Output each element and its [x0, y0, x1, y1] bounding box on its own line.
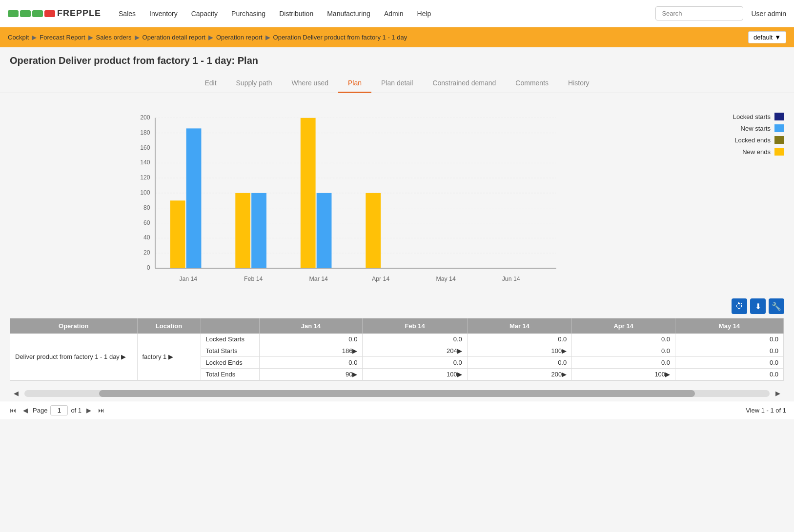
svg-text:0: 0	[147, 264, 150, 271]
nav-manufacturing[interactable]: Manufacturing	[321, 6, 376, 21]
tab-plan[interactable]: Plan	[338, 74, 371, 93]
cell-location[interactable]: factory 1 ▶	[137, 334, 201, 380]
toolbar-settings-btn[interactable]: 🔧	[769, 298, 784, 314]
scrollbar-track-area[interactable]	[24, 390, 770, 397]
svg-text:60: 60	[143, 219, 150, 226]
chart-container: 0 20 40 60 80 100 120 140 160 180 200	[0, 93, 794, 295]
nav-distribution[interactable]: Distribution	[273, 6, 319, 21]
logo[interactable]: FREPPLE	[8, 8, 101, 19]
cell-label-locked-ends: Locked Ends	[201, 357, 259, 369]
table-header: Operation Location Jan 14 Feb 14 Mar 14 …	[10, 318, 784, 334]
svg-text:160: 160	[140, 144, 150, 151]
toolbar-clock-btn[interactable]: ⏱	[732, 298, 747, 314]
toolbar-download-btn[interactable]: ⬇	[750, 298, 766, 314]
logo-shapes	[8, 10, 55, 17]
tab-constrained-demand[interactable]: Constrained demand	[423, 74, 506, 93]
legend-locked-ends-box	[774, 136, 784, 144]
svg-text:May 14: May 14	[436, 276, 456, 282]
legend-new-ends-box	[774, 148, 784, 156]
nav-items: Sales Inventory Capacity Purchasing Dist…	[113, 6, 655, 21]
cell-apr-total-ends[interactable]: 100▶	[572, 369, 675, 380]
data-table: Operation Location Jan 14 Feb 14 Mar 14 …	[10, 318, 784, 380]
tab-where-used[interactable]: Where used	[282, 74, 338, 93]
legend-new-ends-label: New ends	[742, 148, 771, 156]
cell-jan-total-ends[interactable]: 90▶	[259, 369, 363, 380]
chart-area: 0 20 40 60 80 100 120 140 160 180 200	[10, 103, 692, 290]
nav-sales[interactable]: Sales	[113, 6, 142, 21]
logo-shape-green	[8, 10, 19, 17]
table-row: Deliver product from factory 1 - 1 day ▶…	[10, 334, 784, 345]
cell-may-total-starts: 0.0	[675, 345, 784, 357]
breadcrumb-sales[interactable]: Sales orders	[96, 34, 132, 41]
cell-operation[interactable]: Deliver product from factory 1 - 1 day ▶	[10, 334, 137, 380]
breadcrumb-op-detail[interactable]: Operation detail report	[143, 34, 205, 41]
table-header-row: Operation Location Jan 14 Feb 14 Mar 14 …	[10, 318, 784, 334]
breadcrumb-sep-2: ▶	[88, 34, 93, 41]
scroll-right-arrow[interactable]: ▶	[772, 388, 784, 399]
breadcrumb-bar: Cockpit ▶ Forecast Report ▶ Sales orders…	[0, 27, 794, 47]
logo-shape-red	[44, 10, 55, 17]
cell-mar-total-starts[interactable]: 100▶	[467, 345, 571, 357]
breadcrumb-cockpit[interactable]: Cockpit	[8, 34, 29, 41]
cell-feb-total-starts[interactable]: 204▶	[363, 345, 467, 357]
breadcrumb-current[interactable]: Operation Deliver product from factory 1…	[273, 34, 407, 41]
breadcrumb-sep-5: ▶	[265, 34, 270, 41]
svg-text:140: 140	[140, 159, 150, 166]
tab-plan-detail[interactable]: Plan detail	[371, 74, 423, 93]
tab-supply-path[interactable]: Supply path	[226, 74, 282, 93]
cell-mar-locked-starts: 0.0	[467, 334, 571, 345]
nav-capacity[interactable]: Capacity	[185, 6, 224, 21]
default-label: default	[753, 34, 773, 41]
svg-text:40: 40	[143, 234, 150, 241]
col-jan: Jan 14	[259, 318, 363, 334]
legend-locked-starts: Locked starts	[701, 113, 784, 120]
svg-text:Jun 14: Jun 14	[502, 276, 520, 282]
page-controls: ⏮ ◀ Page of 1 ▶ ⏭	[8, 405, 106, 415]
cell-jan-total-starts[interactable]: 186▶	[259, 345, 363, 357]
nav-help[interactable]: Help	[411, 6, 437, 21]
page-last-btn[interactable]: ⏭	[96, 406, 106, 415]
svg-text:Jan 14: Jan 14	[179, 276, 197, 282]
default-button[interactable]: default ▼	[748, 31, 786, 43]
page-title: Operation Deliver product from factory 1…	[10, 55, 784, 66]
page-number-input[interactable]	[50, 405, 68, 415]
nav-admin[interactable]: Admin	[378, 6, 409, 21]
svg-text:20: 20	[143, 249, 150, 256]
chart-toolbar: ⏱ ⬇ 🔧	[0, 295, 794, 318]
tab-comments[interactable]: Comments	[506, 74, 558, 93]
horizontal-scrollbar[interactable]: ◀ ▶	[0, 386, 794, 401]
cell-apr-locked-starts: 0.0	[572, 334, 675, 345]
breadcrumb-sep-3: ▶	[135, 34, 140, 41]
svg-text:Feb 14: Feb 14	[244, 276, 263, 282]
cell-mar-total-ends[interactable]: 200▶	[467, 369, 571, 380]
breadcrumb-forecast[interactable]: Forecast Report	[40, 34, 85, 41]
bar-apr-new-ends	[366, 193, 381, 268]
col-location: Location	[137, 318, 201, 334]
page-prev-btn[interactable]: ◀	[21, 406, 30, 415]
legend-new-ends: New ends	[701, 148, 784, 156]
cell-may-locked-ends: 0.0	[675, 357, 784, 369]
search-input[interactable]	[655, 6, 743, 20]
download-icon: ⬇	[755, 302, 761, 311]
pagination-bar: ⏮ ◀ Page of 1 ▶ ⏭ View 1 - 1 of 1	[0, 401, 794, 419]
col-may: May 14	[675, 318, 784, 334]
col-mar: Mar 14	[467, 318, 571, 334]
cell-label-locked-starts: Locked Starts	[201, 334, 259, 345]
scrollbar-thumb[interactable]	[99, 390, 695, 397]
page-label: Page	[33, 407, 47, 414]
nav-inventory[interactable]: Inventory	[143, 6, 183, 21]
page-first-btn[interactable]: ⏮	[8, 406, 18, 415]
user-admin[interactable]: User admin	[751, 10, 786, 18]
cell-feb-total-ends[interactable]: 100▶	[363, 369, 467, 380]
tab-edit[interactable]: Edit	[195, 74, 226, 93]
col-apr: Apr 14	[572, 318, 675, 334]
breadcrumb-op-report[interactable]: Operation report	[216, 34, 263, 41]
scroll-left-arrow[interactable]: ◀	[10, 388, 22, 399]
nav-purchasing[interactable]: Purchasing	[225, 6, 271, 21]
chart-legend: Locked starts New starts Locked ends New…	[701, 103, 784, 156]
tab-history[interactable]: History	[558, 74, 599, 93]
cell-may-total-ends: 0.0	[675, 369, 784, 380]
page-next-btn[interactable]: ▶	[84, 406, 93, 415]
scrollbar-track[interactable]	[24, 390, 770, 397]
breadcrumb: Cockpit ▶ Forecast Report ▶ Sales orders…	[8, 34, 407, 41]
